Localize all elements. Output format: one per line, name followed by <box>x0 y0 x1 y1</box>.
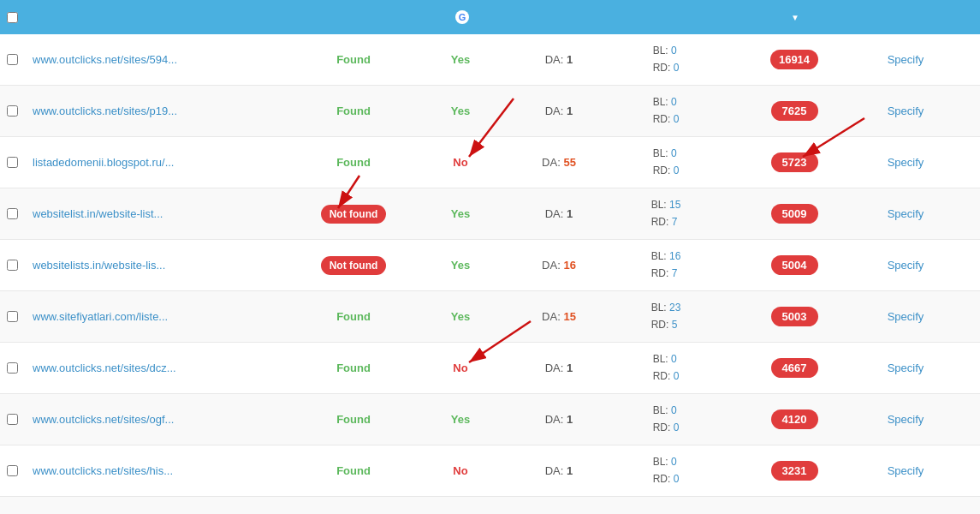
specify-price-button[interactable]: Specify <box>888 259 924 272</box>
row-checkbox[interactable] <box>7 362 18 374</box>
backlink-url[interactable]: websitelist.in/website-list... <box>33 207 163 220</box>
bl-rd-values: BL: 23 RD: 5 <box>651 300 681 332</box>
row-checkbox[interactable] <box>7 311 18 322</box>
external-links-cell: 16914 <box>726 50 863 69</box>
indexed-yes: Yes <box>451 105 470 117</box>
specify-price-button[interactable]: Specify <box>888 105 924 117</box>
indexed-no: No <box>453 464 467 477</box>
bl-link[interactable]: 0 <box>671 353 677 365</box>
bl-link[interactable]: 0 <box>671 456 677 468</box>
indexed-cell: Yes <box>409 207 512 220</box>
bl-rd-values: BL: 0 RD: 0 <box>653 403 680 435</box>
indexed-yes: Yes <box>451 413 470 426</box>
moz-da-value: DA: 16 <box>542 259 576 272</box>
table-header: G ▼ <box>0 0 980 34</box>
backlink-url[interactable]: websitelists.in/website-lis... <box>33 259 165 272</box>
bl-link[interactable]: 0 <box>671 45 677 57</box>
status-cell: Found <box>298 105 409 117</box>
status-found: Found <box>336 362 371 374</box>
external-badge: 4667 <box>771 358 818 378</box>
bl-link[interactable]: 0 <box>671 147 677 159</box>
specify-price-button[interactable]: Specify <box>888 464 924 477</box>
row-checkbox[interactable] <box>7 414 18 425</box>
row-checkbox[interactable] <box>7 157 18 168</box>
rd-link[interactable]: 7 <box>672 216 678 228</box>
table-row: www.outclicks.net/sites/dcz...FoundNoDA:… <box>0 343 980 394</box>
specify-price-button[interactable]: Specify <box>888 413 924 426</box>
bl-rd-values: BL: 0 RD: 0 <box>653 351 680 384</box>
backlinks-cell: BL: 23 RD: 5 <box>606 300 726 332</box>
moz-da-value: DA: 1 <box>545 362 573 374</box>
row-checkbox[interactable] <box>7 105 18 117</box>
indexed-cell: Yes <box>409 53 512 66</box>
sort-arrow-icon: ▼ <box>791 13 799 22</box>
moz-da-cell: DA: 1 <box>512 362 606 374</box>
moz-da-cell: DA: 1 <box>512 464 606 477</box>
backlink-url[interactable]: listadedomenii.blogspot.ru/... <box>33 156 174 169</box>
row-checkbox[interactable] <box>7 260 18 271</box>
status-cell: Not found <box>298 256 409 275</box>
table-body: www.outclicks.net/sites/594...FoundYesDA… <box>0 34 980 514</box>
rd-link[interactable]: 7 <box>672 267 678 279</box>
rd-link[interactable]: 0 <box>674 113 680 125</box>
backlink-url[interactable]: www.sitefiyatlari.com/liste... <box>33 310 168 323</box>
price-cell: Specify <box>863 464 948 477</box>
bl-link[interactable]: 0 <box>671 404 677 416</box>
rd-link[interactable]: 0 <box>674 62 680 74</box>
indexed-cell: No <box>409 362 512 374</box>
bl-link[interactable]: 16 <box>669 250 680 262</box>
backlinks-cell: BL: 0 RD: 0 <box>606 351 726 384</box>
specify-price-button[interactable]: Specify <box>888 310 924 323</box>
backlinks-cell: BL: 0 RD: 0 <box>606 43 726 75</box>
moz-da-cell: DA: 1 <box>512 207 606 220</box>
backlink-url[interactable]: www.outclicks.net/sites/dcz... <box>33 362 176 374</box>
moz-da-value: DA: 1 <box>545 53 573 66</box>
moz-da-value: DA: 15 <box>542 310 576 323</box>
row-checkbox[interactable] <box>7 465 18 476</box>
backlinks-cell: BL: 0 RD: 0 <box>606 146 726 178</box>
table-row: www.sitefiyatlari.com/liste...FoundYesDA… <box>0 291 980 343</box>
status-cell: Found <box>298 362 409 374</box>
header-external[interactable]: ▼ <box>726 13 863 22</box>
moz-da-cell: DA: 16 <box>512 259 606 272</box>
status-found: Found <box>336 105 371 117</box>
backlink-url[interactable]: www.outclicks.net/sites/p19... <box>33 105 177 117</box>
table-row: BL: 0 <box>0 497 980 514</box>
rd-link[interactable]: 5 <box>672 319 678 331</box>
specify-price-button[interactable]: Specify <box>888 207 924 220</box>
bl-link[interactable]: 23 <box>669 302 680 314</box>
indexed-cell: Yes <box>409 259 512 272</box>
specify-price-button[interactable]: Specify <box>888 362 924 374</box>
rd-link[interactable]: 0 <box>674 370 680 382</box>
row-checkbox[interactable] <box>7 54 18 65</box>
backlink-url[interactable]: www.outclicks.net/sites/594... <box>33 53 177 66</box>
url-cell: listadedomenii.blogspot.ru/... <box>24 156 298 169</box>
backlinks-cell: BL: 0 RD: 0 <box>606 454 726 487</box>
specify-price-button[interactable]: Specify <box>888 53 924 66</box>
url-cell: www.outclicks.net/sites/his... <box>24 464 298 477</box>
price-cell: Specify <box>863 156 948 169</box>
select-all-checkbox[interactable] <box>7 12 18 23</box>
bl-rd-values: BL: 0 RD: 0 <box>653 94 680 127</box>
rd-link[interactable]: 0 <box>674 473 680 485</box>
moz-da-value: DA: 1 <box>545 413 573 426</box>
indexed-yes: Yes <box>451 207 470 220</box>
external-badge: 16914 <box>770 50 818 69</box>
rd-link[interactable]: 0 <box>674 164 680 176</box>
table-row: www.outclicks.net/sites/594...FoundYesDA… <box>0 34 980 86</box>
bl-link[interactable]: 0 <box>671 96 677 108</box>
backlink-url[interactable]: www.outclicks.net/sites/ogf... <box>33 413 174 426</box>
row-checkbox[interactable] <box>7 208 18 219</box>
rd-link[interactable]: 0 <box>674 421 680 433</box>
specify-price-button[interactable]: Specify <box>888 156 924 169</box>
backlinks-cell: BL: 0 RD: 0 <box>606 403 726 435</box>
external-badge: 5004 <box>771 255 818 275</box>
status-cell: Not found <box>298 205 409 224</box>
indexed-cell: Yes <box>409 413 512 426</box>
backlink-url[interactable]: www.outclicks.net/sites/his... <box>33 464 173 477</box>
external-badge: 5003 <box>771 307 818 326</box>
status-found: Found <box>336 464 371 477</box>
bl-link[interactable]: 15 <box>669 199 680 211</box>
indexed-yes: Yes <box>451 259 470 272</box>
url-cell: websitelists.in/website-lis... <box>24 259 298 272</box>
